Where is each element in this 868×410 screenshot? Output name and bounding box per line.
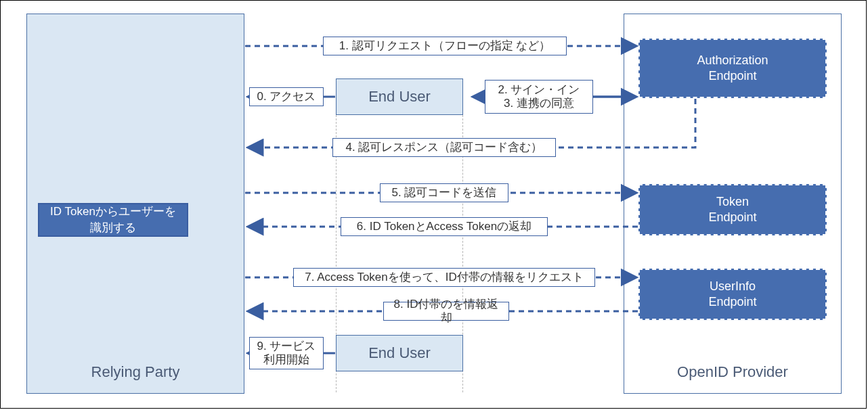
label-step-0: 0. アクセス	[249, 87, 324, 106]
label-step-5: 5. 認可コードを送信	[380, 183, 508, 202]
box-id-token-note: ID Tokenからユーザーを 識別する	[38, 203, 188, 237]
box-authorization-endpoint: Authorization Endpoint	[638, 39, 827, 98]
label-step-9: 9. サービス 利用開始	[249, 337, 324, 369]
box-end-user-1: End User	[336, 78, 463, 115]
diagram-canvas: Relying Party OpenID Provider Authorizat…	[0, 0, 867, 409]
end-user-2-label: End User	[368, 344, 431, 362]
box-userinfo-endpoint: UserInfo Endpoint	[638, 269, 827, 320]
end-user-1-label: End User	[368, 88, 431, 106]
label-step-4: 4. 認可レスポンス（認可コード含む）	[332, 138, 556, 157]
label-step-6: 6. ID TokenとAccess Tokenの返却	[341, 217, 548, 236]
box-token-endpoint: Token Endpoint	[638, 184, 827, 235]
label-step-2-3: 2. サイン・イン 3. 連携の同意	[485, 80, 593, 114]
relying-party-label: Relying Party	[91, 363, 180, 381]
label-step-8: 8. ID付帯のを情報返却	[383, 302, 509, 321]
box-end-user-2: End User	[336, 335, 463, 371]
label-step-7: 7. Access Tokenを使って、ID付帯の情報をリクエスト	[293, 268, 595, 287]
openid-provider-label: OpenID Provider	[677, 363, 788, 381]
label-step-1: 1. 認可リクエスト（フローの指定 など）	[323, 37, 567, 55]
